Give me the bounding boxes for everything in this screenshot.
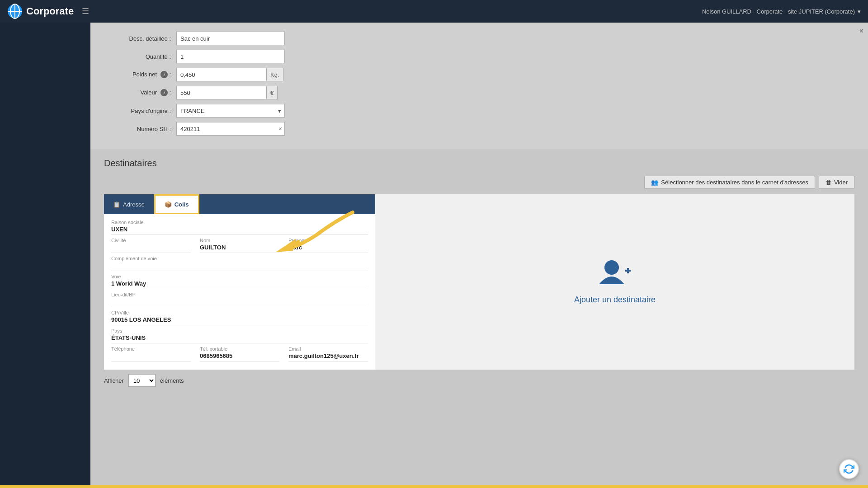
elements-label: éléments (160, 377, 184, 384)
form-section: × Desc. détaillée : Quantité : Poids net… (90, 23, 868, 149)
nom-value: GUILTON (200, 244, 279, 253)
bottom-bar (0, 485, 868, 488)
voie-value: 1 World Way (111, 280, 368, 289)
desc-label: Desc. détaillée : (104, 35, 176, 42)
vider-label: Vider (834, 179, 848, 186)
email-label: Email (288, 346, 368, 352)
main-content: × Desc. détaillée : Quantité : Poids net… (90, 23, 868, 488)
prenom-group: Prénom Marc (288, 238, 368, 256)
select-recipients-label: Sélectionner des destinataires dans le c… (661, 179, 808, 186)
nom-group: Nom GUILTON (200, 238, 279, 256)
sidebar (0, 23, 90, 488)
civilite-label: Civilité (111, 238, 191, 243)
svg-point-4 (604, 260, 619, 275)
valeur-row: Valeur i : € (104, 86, 854, 99)
add-recipient-label: Ajouter un destinataire (574, 295, 656, 305)
pays-label: Pays d'origine : (104, 108, 176, 114)
tab-adresse[interactable]: 📋 Adresse (104, 194, 154, 214)
poids-row: Poids net i : Kg. (104, 68, 854, 81)
complement-value (111, 262, 368, 271)
app-title: Corporate (26, 5, 74, 17)
pays-dest-label: Pays (111, 328, 368, 333)
poids-label: Poids net i : (104, 71, 176, 79)
brand: Corporate ☰ (7, 4, 89, 19)
floating-refresh-button[interactable] (839, 459, 859, 479)
afficher-select[interactable]: 10 25 50 (128, 374, 156, 387)
valeur-suffix: € (267, 86, 278, 99)
poids-info-icon: i (160, 71, 168, 78)
select-recipients-button[interactable]: 👥 Sélectionner des destinataires dans le… (644, 176, 815, 189)
colis-icon: 📦 (165, 201, 172, 208)
num-sh-label: Numéro SH : (104, 126, 176, 132)
complement-group: Complément de voie (111, 256, 368, 271)
telephone-group: Téléphone (111, 346, 191, 364)
raison-sociale-group: Raison sociale UXEN (111, 220, 368, 235)
navbar: Corporate ☰ Nelson GUILLARD - Corporate … (0, 0, 868, 23)
recipient-body: Raison sociale UXEN Civilité Nom GUILTON (104, 214, 375, 370)
valeur-label: Valeur i : (104, 89, 176, 97)
user-label: Nelson GUILLARD - Corporate - site JUPIT… (702, 8, 855, 15)
lieu-value (111, 298, 368, 307)
tab-adresse-label: Adresse (123, 201, 145, 208)
civilite-group: Civilité (111, 238, 191, 256)
telephone-value (111, 352, 191, 361)
destinataires-title: Destinataires (104, 158, 854, 169)
tel-portable-group: Tél. portable 0685965685 (200, 346, 279, 364)
select-recipients-icon: 👥 (651, 179, 658, 186)
add-recipient-icon (599, 259, 631, 288)
num-sh-clear-button[interactable]: × (278, 125, 282, 132)
raison-sociale-label: Raison sociale (111, 220, 368, 225)
qty-row: Quantité : (104, 50, 854, 63)
tel-portable-value: 0685965685 (200, 352, 279, 361)
num-sh-row: Numéro SH : × (104, 122, 854, 136)
close-button[interactable]: × (859, 27, 863, 35)
cp-groupe: CP/Ville 90015 LOS ANGELES (111, 310, 368, 325)
telephone-label: Téléphone (111, 346, 191, 352)
user-dropdown-icon: ▾ (858, 8, 861, 15)
desc-input[interactable] (176, 32, 285, 45)
prenom-label: Prénom (288, 238, 368, 243)
qty-label: Quantité : (104, 53, 176, 60)
valeur-info-icon: i (160, 89, 168, 96)
lieu-group: Lieu-dit/BP (111, 292, 368, 307)
civilite-value (111, 244, 191, 253)
vider-icon: 🗑 (826, 179, 831, 186)
hamburger-icon[interactable]: ☰ (82, 6, 89, 16)
tab-colis[interactable]: 📦 Colis (154, 194, 199, 214)
user-menu[interactable]: Nelson GUILLARD - Corporate - site JUPIT… (702, 8, 861, 15)
name-row: Civilité Nom GUILTON Prénom Marc (111, 238, 368, 256)
poids-suffix: Kg. (267, 68, 283, 81)
email-group: Email marc.guilton125@uxen.fr (288, 346, 368, 364)
footer-bar: Afficher 10 25 50 éléments (104, 370, 854, 391)
qty-input[interactable] (176, 50, 285, 63)
lieu-label: Lieu-dit/BP (111, 292, 368, 297)
cp-value: 90015 LOS ANGELES (111, 316, 368, 325)
tel-portable-label: Tél. portable (200, 346, 279, 352)
recipient-card: 📋 Adresse 📦 Colis Raison sociale UXEN (104, 194, 375, 370)
app-logo (7, 4, 23, 19)
cp-label: CP/Ville (111, 310, 368, 315)
vider-button[interactable]: 🗑 Vider (819, 176, 854, 189)
pays-select[interactable]: FRANCE ALLEMAGNE ESPAGNE ITALIE (176, 104, 285, 117)
destinataires-section: Destinataires 👥 Sélectionner des destina… (90, 149, 868, 400)
valeur-input[interactable] (176, 86, 267, 99)
tab-colis-label: Colis (175, 201, 189, 208)
poids-input[interactable] (176, 68, 267, 81)
num-sh-wrapper: × (176, 122, 285, 136)
voie-label: Voie (111, 274, 368, 279)
prenom-value: Marc (288, 244, 368, 253)
pays-dest-value: ÉTATS-UNIS (111, 334, 368, 343)
voie-group: Voie 1 World Way (111, 274, 368, 289)
contact-row: Téléphone Tél. portable 0685965685 Email… (111, 346, 368, 364)
pays-row: Pays d'origine : FRANCE ALLEMAGNE ESPAGN… (104, 104, 854, 117)
add-recipient-panel[interactable]: Ajouter un destinataire (375, 194, 854, 370)
afficher-label: Afficher (104, 377, 124, 384)
pays-dest-group: Pays ÉTATS-UNIS (111, 328, 368, 343)
recipient-tabs: 📋 Adresse 📦 Colis (104, 194, 375, 214)
refresh-icon (844, 464, 854, 474)
two-col-layout: 📋 Adresse 📦 Colis Raison sociale UXEN (104, 194, 854, 370)
email-value: marc.guilton125@uxen.fr (288, 352, 368, 361)
num-sh-input[interactable] (176, 122, 285, 136)
desc-row: Desc. détaillée : (104, 32, 854, 45)
action-bar: 👥 Sélectionner des destinataires dans le… (104, 176, 854, 189)
